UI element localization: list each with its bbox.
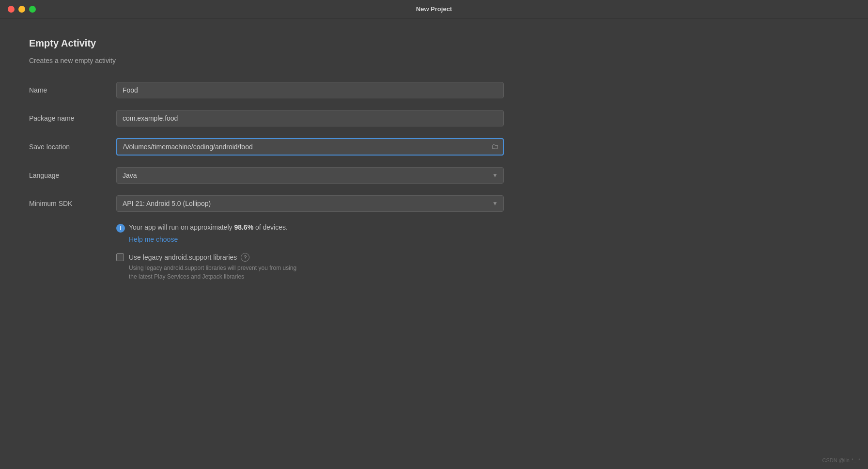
close-button[interactable]: [8, 6, 15, 13]
name-row: Name: [29, 82, 504, 98]
help-me-choose-link[interactable]: Help me choose: [129, 235, 504, 243]
language-label: Language: [29, 172, 116, 179]
window-controls: [8, 6, 36, 13]
legacy-label-group: Use legacy android.support libraries ? U…: [129, 253, 296, 281]
question-icon[interactable]: ?: [241, 253, 249, 262]
main-content: Empty Activity Creates a new empty activ…: [0, 18, 533, 300]
sdk-percentage: 98.6%: [234, 223, 253, 231]
sdk-info: i Your app will run on approximately 98.…: [116, 223, 504, 243]
language-select[interactable]: Java Kotlin: [116, 167, 504, 184]
page-title: Empty Activity: [29, 38, 504, 49]
save-location-input[interactable]: [116, 138, 504, 156]
sdk-info-row: i Your app will run on approximately 98.…: [116, 223, 504, 233]
save-location-input-wrapper: 🗂: [116, 138, 504, 156]
language-row: Language Java Kotlin ▼: [29, 167, 504, 184]
folder-icon[interactable]: 🗂: [491, 142, 499, 151]
maximize-button[interactable]: [29, 6, 36, 13]
package-input[interactable]: [116, 110, 504, 126]
save-location-row: Save location 🗂: [29, 138, 504, 156]
min-sdk-select[interactable]: API 21: Android 5.0 (Lollipop) API 22: A…: [116, 195, 504, 212]
min-sdk-row: Minimum SDK API 21: Android 5.0 (Lollipo…: [29, 195, 504, 212]
minimize-button[interactable]: [18, 6, 25, 13]
sdk-text-after: of devices.: [253, 223, 288, 231]
language-select-wrapper: Java Kotlin ▼: [116, 167, 504, 184]
legacy-row: Use legacy android.support libraries ? U…: [116, 253, 504, 281]
package-row: Package name: [29, 110, 504, 126]
save-location-label: Save location: [29, 143, 116, 151]
info-icon: i: [116, 224, 125, 233]
legacy-checkbox[interactable]: [116, 253, 124, 261]
legacy-label-row: Use legacy android.support libraries ?: [129, 253, 296, 262]
name-input[interactable]: [116, 82, 504, 98]
watermark: CSDN @lin-*_-*: [822, 457, 860, 463]
min-sdk-label: Minimum SDK: [29, 200, 116, 207]
window-title: New Project: [416, 5, 452, 13]
sdk-info-text: Your app will run on approximately 98.6%…: [129, 223, 288, 231]
legacy-description: Using legacy android.support libraries w…: [129, 264, 296, 281]
legacy-label: Use legacy android.support libraries: [129, 253, 237, 261]
package-label: Package name: [29, 114, 116, 122]
sdk-text-before: Your app will run on approximately: [129, 223, 234, 231]
min-sdk-select-wrapper: API 21: Android 5.0 (Lollipop) API 22: A…: [116, 195, 504, 212]
title-bar: New Project: [0, 0, 868, 18]
name-label: Name: [29, 86, 116, 94]
page-subtitle: Creates a new empty activity: [29, 57, 504, 64]
